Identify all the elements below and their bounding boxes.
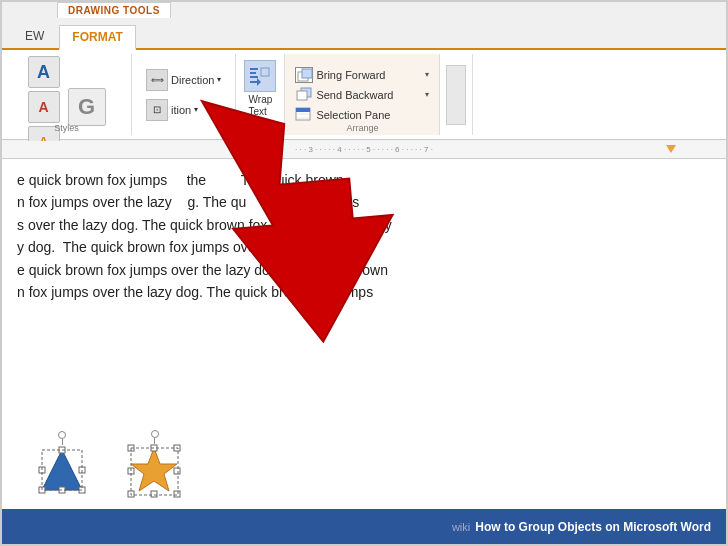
wrap-text-label: WrapText <box>249 94 273 118</box>
wiki-logo: wiki <box>452 521 470 533</box>
selection-pane-label: Selection Pane <box>316 109 390 121</box>
doc-text-1: e quick brown fox jumps the The quick br… <box>17 169 711 191</box>
svg-rect-24 <box>151 491 157 497</box>
text-style-a-blue[interactable]: A <box>28 56 60 88</box>
send-backward-label: Send Backward <box>316 89 393 101</box>
svg-rect-3 <box>261 68 269 76</box>
ribbon-tabs: EW FORMAT <box>2 22 726 50</box>
arrange-group: Bring Forward ▾ Send Backward ▾ <box>285 54 440 135</box>
how-to-label: How to Group Objects on Microsoft Word <box>475 520 711 534</box>
svg-rect-2 <box>250 76 258 78</box>
position-dropdown: ▾ <box>194 105 198 114</box>
tab-format-label: FORMAT <box>72 30 122 44</box>
styles-label: Styles <box>2 123 131 133</box>
styles-group: A A A G Styles <box>2 54 132 135</box>
shape1-wrapper <box>37 445 87 499</box>
shape1-svg <box>37 445 87 495</box>
svg-rect-9 <box>296 108 310 112</box>
shapes-area <box>37 430 182 499</box>
direction-dropdown: ▾ <box>217 75 221 84</box>
ruler-content: · · · 3 · · · · · 4 · · · · · 5 · · · · … <box>2 145 726 154</box>
position-label: ition <box>171 104 191 116</box>
svg-marker-12 <box>42 450 82 490</box>
selection-pane-btn[interactable]: Selection Pane <box>293 106 431 124</box>
doc-text-6: n fox jumps over the lazy dog. The quick… <box>17 281 711 303</box>
svg-rect-1 <box>250 72 256 74</box>
send-backward-btn[interactable]: Send Backward ▾ <box>293 86 431 104</box>
bring-forward-label: Bring Forward <box>316 69 385 81</box>
drawing-tools-label: DRAWING TOOLS <box>68 5 160 16</box>
doc-text-5: e quick brown fox jumps over the lazy do… <box>17 259 711 281</box>
position-icon: ⊡ <box>146 99 168 121</box>
direction-label: Direction <box>171 74 214 86</box>
ruler-indicator <box>666 145 676 153</box>
ribbon-content: A A A G Styles ⟺ Direction ▾ <box>2 50 726 140</box>
tab-ew[interactable]: EW <box>12 24 57 48</box>
selection-pane-icon <box>295 107 313 123</box>
text-style-g[interactable]: G <box>68 88 106 126</box>
send-backward-dropdown[interactable]: ▾ <box>425 90 429 99</box>
send-backward-icon <box>295 87 313 103</box>
doc-text-3: s over the lazy dog. The quick brown fox… <box>17 214 711 236</box>
doc-text-2: n fox jumps over the lazy g. The qu own … <box>17 191 711 213</box>
direction-icon: ⟺ <box>146 69 168 91</box>
wrap-text-dropdown: ▾ <box>258 120 262 129</box>
svg-rect-5 <box>302 69 312 78</box>
more-ribbon <box>440 54 473 135</box>
doc-text-4: y dog. The quick brown fox jumps over th… <box>17 236 711 258</box>
wrap-text-btn[interactable]: WrapText ▾ <box>236 54 285 135</box>
bring-forward-btn[interactable]: Bring Forward ▾ <box>293 66 431 84</box>
ruler: · · · 3 · · · · · 4 · · · · · 5 · · · · … <box>2 141 726 159</box>
svg-rect-28 <box>174 491 180 497</box>
arrange-label: Arrange <box>285 123 439 133</box>
bring-forward-icon <box>295 67 313 83</box>
tab-format[interactable]: FORMAT <box>59 25 135 50</box>
drawing-tools-tab[interactable]: DRAWING TOOLS <box>57 2 171 18</box>
shape2-container[interactable] <box>127 430 182 499</box>
screenshot-container: DRAWING TOOLS EW FORMAT A A A G <box>0 0 728 546</box>
svg-rect-0 <box>250 68 258 70</box>
wrap-text-icon <box>244 60 276 92</box>
rotate-handle-1 <box>58 431 66 439</box>
position-btn[interactable]: ⊡ ition ▾ <box>142 97 225 123</box>
ribbon-scroll[interactable] <box>446 65 466 125</box>
text-style-a-red[interactable]: A <box>28 91 60 123</box>
direction-btn[interactable]: ⟺ Direction ▾ <box>142 67 225 93</box>
bring-forward-dropdown[interactable]: ▾ <box>425 70 429 79</box>
direction-position-group: ⟺ Direction ▾ ⊡ ition ▾ <box>132 54 236 135</box>
svg-rect-7 <box>297 91 307 100</box>
svg-rect-23 <box>174 468 180 474</box>
rotate-handle-2 <box>151 430 159 438</box>
bottom-bar: wiki How to Group Objects on Microsoft W… <box>2 509 726 544</box>
star-svg <box>127 444 182 499</box>
svg-marker-20 <box>131 448 177 491</box>
shape1-container[interactable] <box>37 431 87 499</box>
